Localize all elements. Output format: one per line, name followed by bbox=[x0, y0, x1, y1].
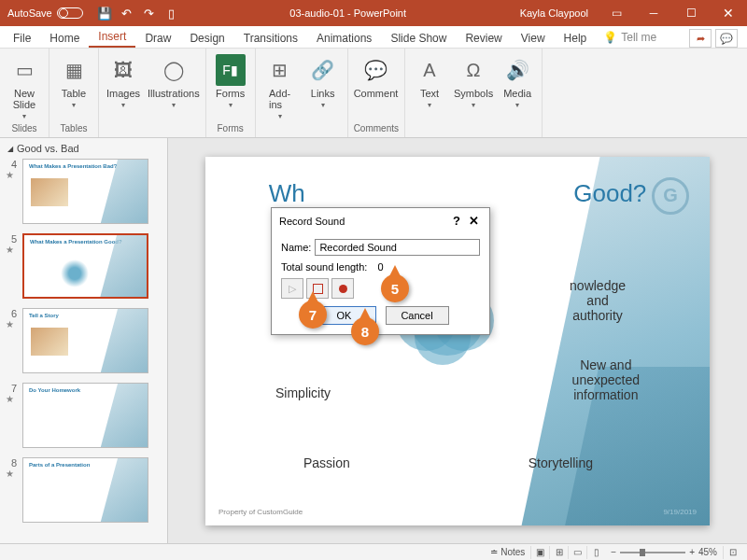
statusbar: ≐ Notes ▣ ⊞ ▭ ▯ − + 45% ⊡ bbox=[0, 543, 747, 560]
illustrations-label: Illustrations bbox=[148, 88, 200, 99]
label-knowledge: nowledge and authority bbox=[570, 278, 626, 323]
user-name[interactable]: Kayla Claypool bbox=[511, 7, 598, 19]
normal-view-icon[interactable]: ▣ bbox=[530, 546, 549, 559]
zoom-level[interactable]: 45% bbox=[698, 547, 717, 557]
comment-button[interactable]: 💬 Comment bbox=[354, 54, 399, 99]
symbols-button[interactable]: Ω Symbols▾ bbox=[454, 54, 493, 109]
links-button[interactable]: 🔗 Links▾ bbox=[304, 54, 342, 109]
notes-icon: ≐ bbox=[490, 547, 498, 557]
slideshow-view-icon[interactable]: ▯ bbox=[586, 546, 605, 559]
animation-star-icon: ★ bbox=[6, 170, 17, 180]
tab-view[interactable]: View bbox=[512, 28, 555, 48]
zoom-out-icon[interactable]: − bbox=[611, 547, 616, 557]
quick-access-toolbar: 💾 ↶ ↷ ▯ bbox=[91, 3, 186, 23]
length-label: Total sound length: bbox=[281, 261, 367, 273]
tab-help[interactable]: Help bbox=[555, 28, 597, 48]
ribbon-insert: ▭ New Slide▾ Slides ▦ Table▾ Tables 🖼 Im… bbox=[0, 49, 747, 138]
images-label: Images bbox=[106, 88, 140, 99]
callout-7: 7 bbox=[299, 301, 327, 329]
window-buttons: ▭ ─ ☐ ✕ bbox=[598, 0, 747, 26]
thumbnail-8[interactable]: 8★ Parts of a Presentation bbox=[6, 457, 162, 523]
slide-thumbnail-pane[interactable]: ◢ Good vs. Bad 4★ What Makes a Presentat… bbox=[0, 138, 168, 543]
autosave-toggle[interactable]: AutoSave bbox=[0, 7, 91, 19]
zoom-slider[interactable] bbox=[620, 552, 685, 553]
addins-icon: ⊞ bbox=[265, 54, 295, 86]
section-header[interactable]: ◢ Good vs. Bad bbox=[0, 138, 167, 159]
redo-icon[interactable]: ↷ bbox=[139, 3, 160, 23]
illustrations-button[interactable]: ◯ Illustrations▾ bbox=[148, 54, 200, 109]
lightbulb-icon: 💡 bbox=[603, 31, 617, 44]
images-icon: 🖼 bbox=[108, 54, 138, 86]
images-button[interactable]: 🖼 Images▾ bbox=[105, 54, 142, 109]
callout-5: 5 bbox=[381, 274, 409, 302]
save-icon[interactable]: 💾 bbox=[94, 3, 115, 23]
label-passion: Passion bbox=[303, 455, 350, 470]
close-icon[interactable]: ✕ bbox=[710, 0, 747, 26]
tab-draw[interactable]: Draw bbox=[135, 28, 180, 48]
share-icon[interactable]: ➦ bbox=[689, 29, 712, 48]
tab-file[interactable]: File bbox=[4, 28, 40, 48]
ribbon-options-icon[interactable]: ▭ bbox=[598, 0, 635, 26]
slide-number: 7 bbox=[6, 383, 17, 394]
tell-me-search[interactable]: 💡 Tell me bbox=[596, 27, 664, 48]
tab-animations[interactable]: Animations bbox=[307, 28, 381, 48]
reading-view-icon[interactable]: ▭ bbox=[568, 546, 586, 559]
new-slide-button[interactable]: ▭ New Slide▾ bbox=[6, 54, 43, 120]
table-button[interactable]: ▦ Table▾ bbox=[55, 54, 92, 109]
group-forms-label: Forms bbox=[212, 123, 249, 135]
help-icon[interactable]: ? bbox=[448, 214, 465, 228]
tab-review[interactable]: Review bbox=[456, 28, 511, 48]
new-slide-icon: ▭ bbox=[9, 54, 39, 86]
animation-star-icon: ★ bbox=[6, 469, 17, 479]
toggle-off-icon[interactable] bbox=[57, 7, 83, 19]
comment-label: Comment bbox=[354, 88, 399, 99]
close-dialog-icon[interactable]: ✕ bbox=[465, 214, 482, 228]
length-value: 0 bbox=[377, 261, 383, 273]
comments-icon[interactable]: 💬 bbox=[715, 29, 738, 48]
thumbnail-6[interactable]: 6★ Tell a Story bbox=[6, 308, 162, 373]
slide-number: 4 bbox=[6, 159, 17, 170]
tab-design[interactable]: Design bbox=[180, 28, 233, 48]
thumbnail-5[interactable]: 5★ What Makes a Presentation Good? bbox=[6, 233, 162, 299]
addins-button[interactable]: ⊞ Add- ins▾ bbox=[261, 54, 299, 120]
play-button[interactable]: ▷ bbox=[281, 278, 303, 299]
symbols-label: Symbols bbox=[454, 88, 493, 99]
tab-slideshow[interactable]: Slide Show bbox=[381, 28, 456, 48]
record-button[interactable] bbox=[331, 278, 354, 299]
dialog-title: Record Sound bbox=[279, 216, 448, 227]
titlebar: AutoSave 💾 ↶ ↷ ▯ 03-audio-01 - PowerPoin… bbox=[0, 0, 747, 26]
slide-number: 8 bbox=[6, 457, 17, 469]
sorter-view-icon[interactable]: ⊞ bbox=[549, 546, 568, 559]
text-button[interactable]: A Text▾ bbox=[411, 54, 448, 109]
maximize-icon[interactable]: ☐ bbox=[672, 0, 710, 26]
label-storytelling: Storytelling bbox=[529, 455, 593, 470]
cancel-button[interactable]: Cancel bbox=[386, 306, 449, 325]
table-icon: ▦ bbox=[59, 54, 89, 86]
forms-button[interactable]: F▮ Forms▾ bbox=[212, 54, 249, 109]
thumbnail-7[interactable]: 7★ Do Your Homework bbox=[6, 383, 162, 448]
fit-window-icon[interactable]: ⊡ bbox=[723, 546, 741, 559]
tab-transitions[interactable]: Transitions bbox=[234, 28, 307, 48]
notes-toggle[interactable]: ≐ Notes bbox=[485, 547, 530, 557]
slide-number: 6 bbox=[6, 308, 17, 319]
label-simplicity: Simplicity bbox=[275, 385, 331, 400]
forms-label: Forms bbox=[216, 88, 245, 99]
notes-label: Notes bbox=[500, 547, 525, 557]
group-tables-label: Tables bbox=[55, 123, 92, 135]
slide-canvas[interactable]: G What Makes a Presentation Good? nowled… bbox=[168, 138, 747, 543]
tab-home[interactable]: Home bbox=[40, 28, 89, 48]
start-slideshow-icon[interactable]: ▯ bbox=[162, 3, 182, 23]
zoom-in-icon[interactable]: + bbox=[689, 547, 695, 557]
links-icon: 🔗 bbox=[308, 54, 338, 86]
thumbnail-4[interactable]: 4★ What Makes a Presentation Bad? bbox=[6, 159, 162, 224]
minimize-icon[interactable]: ─ bbox=[635, 0, 672, 26]
sound-name-input[interactable] bbox=[315, 239, 480, 256]
media-button[interactable]: 🔊 Media▾ bbox=[499, 54, 536, 109]
autosave-label: AutoSave bbox=[7, 7, 52, 19]
animation-star-icon: ★ bbox=[6, 319, 17, 329]
tab-insert[interactable]: Insert bbox=[89, 26, 135, 48]
label-new-info: New and unexpected information bbox=[572, 357, 640, 402]
undo-icon[interactable]: ↶ bbox=[117, 3, 137, 23]
collapse-icon[interactable]: ◢ bbox=[7, 145, 13, 153]
slide-title[interactable]: What Makes a Presentation Good? bbox=[205, 157, 710, 208]
